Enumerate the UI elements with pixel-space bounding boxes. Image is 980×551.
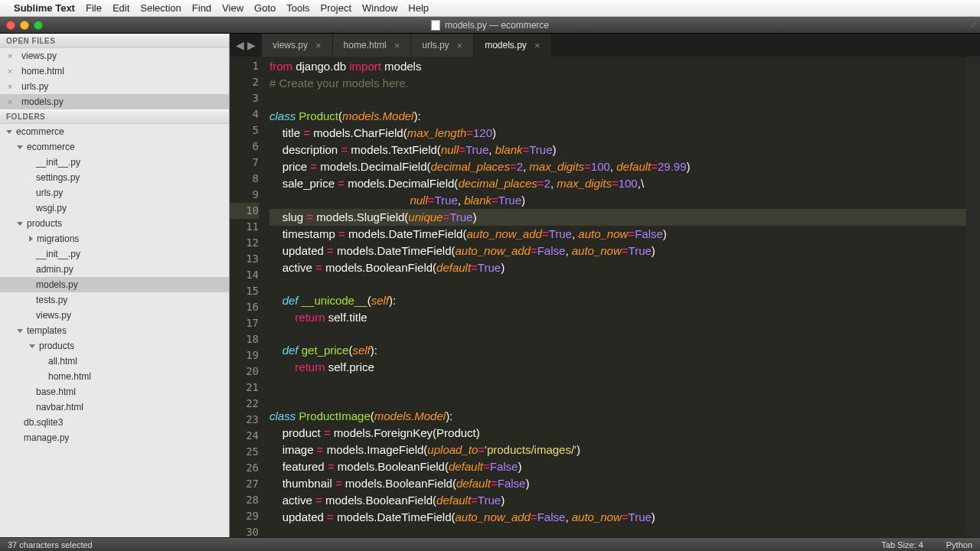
code-line[interactable]: def __unicode__(self):: [270, 292, 966, 309]
code-line[interactable]: slug = models.SlugField(unique=True): [270, 209, 966, 226]
line-number[interactable]: 11: [230, 219, 259, 235]
code-line[interactable]: image = models.ImageField(upload_to='pro…: [270, 442, 966, 458]
code-line[interactable]: [270, 392, 966, 408]
chevron-right-icon[interactable]: [29, 236, 33, 242]
line-number[interactable]: 2: [230, 74, 259, 90]
chevron-down-icon[interactable]: [17, 145, 23, 149]
zoom-window-button[interactable]: [34, 21, 43, 30]
line-number[interactable]: 24: [230, 428, 259, 444]
line-number[interactable]: 27: [230, 476, 259, 492]
file-item[interactable]: wsgi.py: [0, 201, 229, 216]
menu-file[interactable]: File: [86, 2, 102, 14]
line-number[interactable]: 20: [230, 364, 259, 380]
menu-project[interactable]: Project: [321, 2, 351, 14]
chevron-down-icon[interactable]: [6, 130, 12, 134]
code-line[interactable]: thumbnail = models.BooleanField(default=…: [270, 475, 966, 492]
code-line[interactable]: return self.title: [270, 309, 966, 326]
line-number[interactable]: 16: [230, 299, 259, 315]
line-number[interactable]: 3: [230, 90, 259, 106]
app-menu[interactable]: Sublime Text: [14, 2, 75, 14]
line-number[interactable]: 7: [230, 155, 259, 171]
folder-item[interactable]: ecommerce: [0, 124, 229, 139]
line-number[interactable]: 5: [230, 122, 259, 139]
line-number[interactable]: 13: [230, 251, 259, 267]
line-number[interactable]: 4: [230, 106, 259, 122]
file-item[interactable]: urls.py: [0, 185, 229, 201]
close-tab-icon[interactable]: ×: [534, 40, 541, 51]
code-line[interactable]: def get_price(self):: [270, 342, 966, 359]
line-number[interactable]: 15: [230, 283, 259, 299]
chevron-down-icon[interactable]: [17, 329, 23, 333]
code-line[interactable]: product = models.ForeignKey(Product): [270, 425, 966, 442]
code-editor[interactable]: 1234567891011121314151617181920212223242…: [230, 57, 980, 537]
editor-tab[interactable]: home.html×: [333, 34, 411, 57]
code-line[interactable]: updated = models.DateTimeField(auto_now_…: [270, 509, 966, 526]
close-tab-icon[interactable]: ×: [394, 40, 400, 51]
file-item[interactable]: tests.py: [0, 292, 229, 308]
nav-forward-icon[interactable]: ▶: [247, 39, 256, 51]
menu-goto[interactable]: Goto: [254, 2, 276, 14]
status-tab-size[interactable]: Tab Size: 4: [881, 540, 923, 549]
folder-item[interactable]: products: [0, 216, 229, 231]
code-line[interactable]: title = models.CharField(max_length=120): [270, 125, 966, 142]
file-item[interactable]: admin.py: [0, 262, 229, 277]
fullscreen-icon[interactable]: ⤢: [970, 20, 977, 30]
line-number[interactable]: 21: [230, 380, 259, 396]
code-line[interactable]: class ProductImage(models.Model):: [270, 408, 966, 425]
folder-item[interactable]: products: [0, 338, 229, 354]
file-item[interactable]: db.sqlite3: [0, 415, 229, 430]
code-line[interactable]: # Create your models here.: [270, 75, 966, 92]
line-number[interactable]: 18: [230, 331, 259, 347]
open-file-item[interactable]: ×models.py: [0, 94, 229, 109]
code-line[interactable]: from django.db import models: [270, 58, 966, 75]
file-item[interactable]: manage.py: [0, 430, 229, 445]
line-number[interactable]: 10: [230, 203, 259, 219]
menu-selection[interactable]: Selection: [140, 2, 181, 14]
code-line[interactable]: return self.price: [270, 359, 966, 376]
menu-window[interactable]: Window: [362, 2, 397, 14]
status-syntax[interactable]: Python: [946, 540, 972, 549]
file-item[interactable]: views.py: [0, 308, 229, 323]
menu-tools[interactable]: Tools: [286, 2, 309, 14]
code-line[interactable]: active = models.BooleanField(default=Tru…: [270, 259, 966, 276]
close-window-button[interactable]: [6, 21, 15, 30]
code-line[interactable]: [270, 526, 966, 537]
code-line[interactable]: [270, 326, 966, 342]
line-number[interactable]: 25: [230, 444, 259, 460]
menu-find[interactable]: Find: [192, 2, 211, 14]
line-number[interactable]: 19: [230, 347, 259, 364]
code-line[interactable]: description = models.TextField(null=True…: [270, 142, 966, 158]
line-number[interactable]: 12: [230, 235, 259, 251]
editor-tab[interactable]: views.py×: [262, 34, 332, 57]
line-number[interactable]: 22: [230, 396, 259, 412]
code-line[interactable]: [270, 276, 966, 292]
close-tab-icon[interactable]: ×: [315, 40, 322, 51]
file-item[interactable]: base.html: [0, 384, 229, 399]
line-number[interactable]: 9: [230, 187, 259, 203]
line-number[interactable]: 17: [230, 315, 259, 331]
code-line[interactable]: active = models.BooleanField(default=Tru…: [270, 492, 966, 509]
code-line[interactable]: updated = models.DateTimeField(auto_now_…: [270, 243, 966, 259]
menu-help[interactable]: Help: [408, 2, 429, 14]
close-file-icon[interactable]: ×: [8, 97, 15, 106]
code-line[interactable]: class Product(models.Model):: [270, 108, 966, 125]
code-line[interactable]: price = models.DecimalField(decimal_plac…: [270, 158, 966, 175]
line-number[interactable]: 1: [230, 58, 259, 74]
line-number[interactable]: 14: [230, 267, 259, 283]
line-number[interactable]: 6: [230, 139, 259, 155]
file-item[interactable]: __init__.py: [0, 155, 229, 170]
code-line[interactable]: [270, 376, 966, 392]
editor-tab[interactable]: models.py×: [474, 34, 550, 57]
file-item[interactable]: __init__.py: [0, 246, 229, 262]
minimap[interactable]: [966, 57, 980, 537]
code-line[interactable]: null=True, blank=True): [270, 192, 966, 209]
line-number[interactable]: 28: [230, 492, 259, 508]
code-line[interactable]: featured = models.BooleanField(default=F…: [270, 458, 966, 475]
code-line[interactable]: timestamp = models.DateTimeField(auto_no…: [270, 226, 966, 243]
code-line[interactable]: sale_price = models.DecimalField(decimal…: [270, 175, 966, 192]
nav-back-icon[interactable]: ◀: [236, 39, 244, 51]
file-item[interactable]: settings.py: [0, 170, 229, 185]
open-file-item[interactable]: ×home.html: [0, 64, 229, 79]
line-number[interactable]: 8: [230, 171, 259, 187]
close-file-icon[interactable]: ×: [8, 67, 15, 76]
